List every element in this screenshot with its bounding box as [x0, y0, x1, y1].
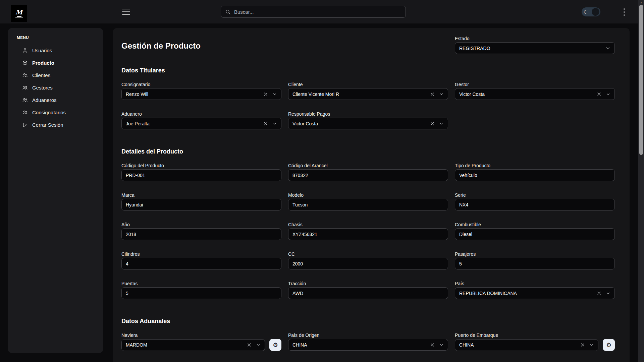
text-input[interactable]: Tucson	[288, 199, 448, 210]
field-settings-button[interactable]: ⚙	[603, 339, 615, 351]
chevron-down-icon[interactable]	[589, 343, 594, 347]
combobox[interactable]: MARDOM	[121, 339, 265, 351]
field-value: 2000	[292, 261, 444, 266]
sidebar-item-usuarios[interactable]: Usuarios	[8, 44, 103, 57]
clear-icon[interactable]	[263, 121, 268, 126]
chevron-down-icon[interactable]	[439, 343, 444, 347]
clear-icon[interactable]	[430, 121, 435, 126]
field-label: Responsable Pagos	[288, 112, 448, 117]
text-input[interactable]: NX4	[455, 199, 615, 210]
field-value: Victor Costa	[292, 121, 426, 126]
clear-icon[interactable]	[580, 342, 585, 348]
chevron-down-icon[interactable]	[256, 343, 261, 347]
search-bar[interactable]	[221, 6, 406, 18]
combobox[interactable]: REPUBLICA DOMINICANA	[455, 287, 615, 299]
form-field: CC 2000	[288, 252, 448, 269]
field-label: Puertas	[121, 281, 281, 286]
form-field: Modelo Tucson	[288, 193, 448, 210]
field-label: Aduanero	[121, 112, 281, 117]
field-label: Marca	[121, 193, 281, 198]
form-field: Cilindros 4	[121, 252, 281, 269]
kebab-menu-icon[interactable]	[622, 8, 627, 16]
field-label: Tipo de Producto	[455, 163, 615, 168]
sidebar-item-clientes[interactable]: Clientes	[8, 69, 103, 81]
text-input[interactable]: Diesel	[455, 228, 615, 240]
field-value: Vehículo	[459, 173, 610, 178]
chevron-down-icon[interactable]	[272, 92, 277, 97]
users-icon	[22, 85, 28, 90]
field-value: Tucson	[292, 202, 444, 207]
form-field: País REPUBLICA DOMINICANA	[455, 281, 615, 299]
form-field: Año 2018	[121, 222, 281, 240]
users-icon	[22, 97, 28, 103]
sidebar-item-label: Aduaneros	[32, 97, 57, 103]
combobox[interactable]: Victor Costa	[288, 118, 448, 129]
hamburger-menu-icon[interactable]	[122, 9, 130, 15]
form-field: Tracción AWD	[288, 281, 448, 299]
form-section: Datos Titulares Consignatario Renzo Will…	[121, 67, 615, 129]
clear-icon[interactable]	[430, 92, 435, 97]
logo-text-line	[17, 16, 21, 17]
field-settings-button[interactable]: ⚙	[269, 339, 281, 351]
chevron-down-icon[interactable]	[439, 121, 444, 126]
combobox[interactable]: Joe Peralta	[121, 118, 281, 129]
text-input[interactable]: 5	[121, 287, 281, 299]
combobox[interactable]: Victor Costa	[455, 88, 615, 100]
text-input[interactable]: 4	[121, 258, 281, 269]
field-value: Diesel	[459, 232, 610, 237]
scrollbar-thumb[interactable]	[639, 5, 643, 155]
search-input[interactable]	[234, 9, 401, 15]
text-input[interactable]: 2018	[121, 228, 281, 240]
chevron-down-icon[interactable]	[606, 92, 610, 97]
field-label: Combustible	[455, 222, 615, 227]
chevron-down-icon[interactable]	[272, 121, 277, 126]
field-value: 5	[126, 291, 277, 296]
text-input[interactable]: 870322	[288, 169, 448, 181]
form-field: Puertas 5	[121, 281, 281, 299]
combobox[interactable]: CHINA	[288, 339, 448, 351]
field-value: NX4	[459, 202, 610, 207]
combobox[interactable]: CHINA	[455, 339, 598, 351]
estado-select[interactable]: REGISTRADO	[455, 42, 615, 54]
form-field: Marca Hyundai	[121, 193, 281, 210]
form-section: Detalles del Producto Código del Product…	[121, 148, 615, 299]
combobox[interactable]: Cliente Vicente Mori R	[288, 88, 448, 100]
field-value: Hyundai	[126, 202, 277, 207]
text-input[interactable]: PRD-001	[121, 169, 281, 181]
chevron-down-icon[interactable]	[605, 46, 610, 51]
sidebar-item-aduaneros[interactable]: Aduaneros	[8, 94, 103, 106]
estado-field: Estado REGISTRADO	[455, 36, 615, 54]
form-field: Pasajeros 5	[455, 252, 615, 269]
sidebar-item-consignatarios[interactable]: Consignatarios	[8, 106, 103, 119]
chevron-down-icon[interactable]	[439, 92, 444, 97]
text-input[interactable]: 2000	[288, 258, 448, 269]
form-field: Gestor Victor Costa	[455, 82, 615, 100]
sidebar-item-cerrar-sesion[interactable]: Cerrar Sesión	[8, 119, 103, 131]
search-icon	[225, 9, 231, 15]
sidebar-item-producto[interactable]: Producto	[8, 57, 103, 69]
clear-icon[interactable]	[596, 92, 602, 97]
app-logo[interactable]: M	[11, 5, 27, 22]
scrollbar[interactable]: ▲	[638, 0, 644, 362]
logo-emblem-icon: M	[15, 9, 22, 15]
clear-icon[interactable]	[247, 342, 252, 348]
text-input[interactable]: AWD	[288, 287, 448, 299]
sidebar-item-gestores[interactable]: Gestores	[8, 81, 103, 94]
field-label: Estado	[455, 36, 615, 41]
form-field: Consignatario Renzo Will	[121, 82, 281, 100]
theme-toggle[interactable]: ☾	[582, 7, 600, 16]
scroll-up-arrow-icon[interactable]: ▲	[638, 1, 644, 4]
clear-icon[interactable]	[596, 291, 602, 296]
field-value: Cliente Vicente Mori R	[292, 92, 426, 97]
combobox[interactable]: Renzo Will	[121, 88, 281, 100]
clear-icon[interactable]	[430, 342, 435, 348]
form-section: Datos Aduanales Naviera MARDOM ⚙ País de…	[121, 317, 615, 362]
text-input[interactable]: Vehículo	[455, 169, 615, 181]
text-input[interactable]: Hyundai	[121, 199, 281, 210]
sidebar: MENU Usuarios Producto Clientes Gestores…	[8, 28, 103, 353]
chevron-down-icon[interactable]	[606, 291, 610, 296]
text-input[interactable]: 5	[455, 258, 615, 269]
text-input[interactable]: XYZ456321	[288, 228, 448, 240]
clear-icon[interactable]	[263, 92, 268, 97]
form-field: Código del Producto PRD-001	[121, 163, 281, 181]
